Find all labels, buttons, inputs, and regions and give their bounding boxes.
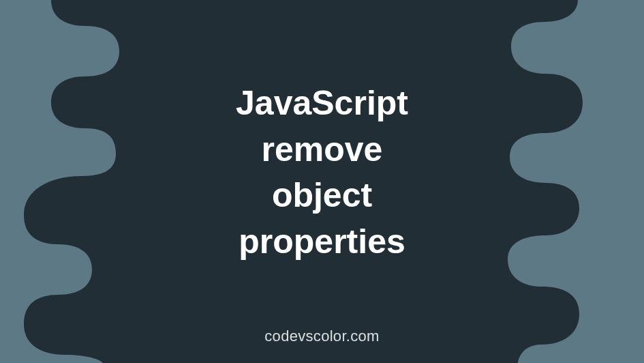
title-text: JavaScript remove object properties — [236, 81, 408, 265]
hero-graphic: JavaScript remove object properties code… — [0, 0, 644, 363]
attribution-text: codevscolor.com — [264, 328, 379, 345]
